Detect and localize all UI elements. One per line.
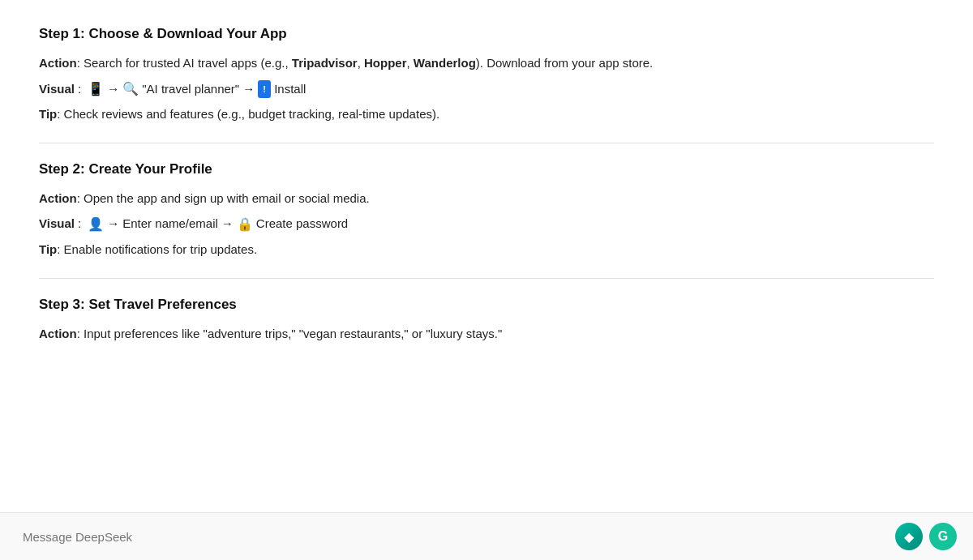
action-suffix-1: ). Download from your app store. xyxy=(476,56,653,70)
step-2-action: Action: Open the app and sign up with em… xyxy=(39,189,934,209)
bottom-icons: ◆ G xyxy=(895,523,957,550)
enter-name-text: Enter name/email xyxy=(122,214,218,234)
tip-text-2: : Enable notifications for trip updates. xyxy=(57,242,257,256)
bottom-bar: ◆ G xyxy=(0,512,973,560)
tip-label-2: Tip xyxy=(39,242,57,256)
step-2-title: Step 2: Create Your Profile xyxy=(39,161,934,177)
step-1-visual: Visual: 📱 → 🔍 "AI travel planner" → ! In… xyxy=(39,79,934,100)
visual-label-1: Visual xyxy=(39,79,75,100)
arrow-1b: → xyxy=(242,79,255,100)
divider-2 xyxy=(39,278,934,279)
step-3-title: Step 3: Set Travel Preferences xyxy=(39,297,934,313)
person-emoji: 👤 xyxy=(88,214,104,235)
search-emoji: 🔍 xyxy=(122,79,139,100)
step-1-body: Action: Search for trusted AI travel app… xyxy=(39,53,934,125)
arrow-2b: → xyxy=(221,214,234,234)
step-1-tip: Tip: Check reviews and features (e.g., b… xyxy=(39,105,934,125)
step-2-section: Step 2: Create Your Profile Action: Open… xyxy=(39,161,934,260)
app-hopper: Hopper xyxy=(364,56,407,70)
step-1-section: Step 1: Choose & Download Your App Actio… xyxy=(39,26,934,125)
main-content: Step 1: Choose & Download Your App Actio… xyxy=(0,0,973,512)
lock-emoji: 🔒 xyxy=(237,214,253,235)
action-label-2: Action xyxy=(39,191,77,205)
step-2-tip: Tip: Enable notifications for trip updat… xyxy=(39,240,934,260)
grammarly-icon[interactable]: G xyxy=(929,523,957,550)
arrow-2a: → xyxy=(107,214,119,234)
arrow-1a: → xyxy=(107,79,119,100)
app-tripadvisor: Tripadvisor xyxy=(292,56,358,70)
deepseek-icon[interactable]: ◆ xyxy=(895,523,923,550)
step-3-body: Action: Input preferences like "adventur… xyxy=(39,324,934,344)
action-label-3: Action xyxy=(39,327,77,340)
action-label-1: Action xyxy=(39,56,77,70)
step-3-section: Step 3: Set Travel Preferences Action: I… xyxy=(39,297,934,344)
action-text-2: : Open the app and sign up with email or… xyxy=(77,191,370,205)
divider-1 xyxy=(39,143,934,143)
tip-label-1: Tip xyxy=(39,107,57,121)
phone-emoji: 📱 xyxy=(88,79,104,100)
action-text-3: : Input preferences like "adventure trip… xyxy=(77,327,503,340)
step-2-body: Action: Open the app and sign up with em… xyxy=(39,189,934,260)
step-2-visual: Visual: 👤 → Enter name/email → 🔒 Create … xyxy=(39,214,934,235)
create-password-text: Create password xyxy=(256,214,348,234)
action-text-1: : Search for trusted AI travel apps (e.g… xyxy=(77,56,292,70)
install-text: Install xyxy=(274,79,306,100)
step-3-action: Action: Input preferences like "adventur… xyxy=(39,324,934,344)
app-wanderlog: Wanderlog xyxy=(414,56,476,70)
step-1-title: Step 1: Choose & Download Your App xyxy=(39,26,934,42)
visual-query: "AI travel planner" xyxy=(142,79,239,100)
tip-text-1: : Check reviews and features (e.g., budg… xyxy=(57,107,439,121)
visual-label-2: Visual xyxy=(39,214,75,234)
message-input[interactable] xyxy=(16,530,895,544)
step-1-action: Action: Search for trusted AI travel app… xyxy=(39,53,934,74)
install-badge: ! xyxy=(258,80,271,98)
